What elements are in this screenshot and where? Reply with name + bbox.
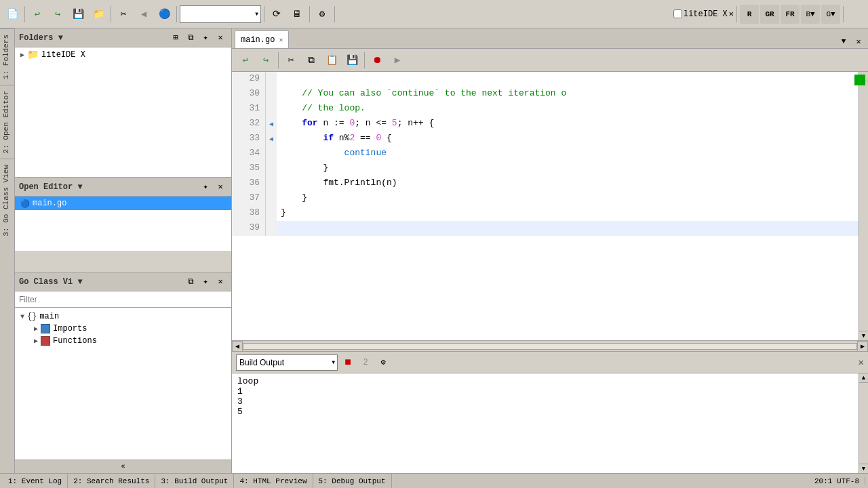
build-stop-btn[interactable]: ■ xyxy=(340,355,355,370)
build-output-select[interactable]: Build Output xyxy=(236,354,338,371)
go-class-header: Go Class Vi ▼ ⧉ ✦ ✕ xyxy=(15,272,231,291)
build-clear-btn[interactable]: 2 xyxy=(358,355,373,370)
folders-copy-btn[interactable]: ⧉ xyxy=(184,31,197,45)
code-scroll-area[interactable]: 29 30 // You can also `continue` to the … xyxy=(232,72,859,340)
code-line: continue xyxy=(277,146,859,161)
go-class-content: ▼ {} main ▶ Imports xyxy=(15,291,231,460)
monitor-button[interactable]: 🖥 xyxy=(288,5,307,24)
code-hscroll[interactable]: ◀ ▶ xyxy=(232,340,868,351)
line-arrow xyxy=(266,146,277,161)
forward-button[interactable]: 🔵 xyxy=(155,5,174,24)
edit-copy-btn[interactable]: ⧉ xyxy=(302,51,321,70)
go-class-dropdown[interactable]: Go Class Vi ▼ xyxy=(19,277,83,287)
status-debug-output[interactable]: 5: Debug Output xyxy=(313,474,392,488)
class-tree: ▼ {} main ▶ Imports xyxy=(15,308,231,350)
open-editor-maingo[interactable]: 🔵 main.go xyxy=(15,197,231,210)
build-vscroll[interactable]: ▲ ▼ xyxy=(859,373,868,473)
build-close-btn[interactable]: ✕ xyxy=(859,357,864,368)
liteid-close-icon[interactable]: ✕ xyxy=(729,9,734,19)
line-arrow xyxy=(266,72,277,87)
go-class-pin-btn[interactable]: ✦ xyxy=(199,275,212,289)
build-vscroll-down-btn[interactable]: ▼ xyxy=(859,464,868,473)
build-vscroll-track[interactable] xyxy=(859,383,868,464)
vscroll-down-btn[interactable]: ▼ xyxy=(859,331,868,340)
hscroll-left-btn[interactable]: ◀ xyxy=(232,341,243,352)
open-editor-close-btn[interactable]: ✕ xyxy=(214,180,227,194)
system-select[interactable]: system xyxy=(180,5,261,23)
status-search-results[interactable]: 2: Search Results xyxy=(68,474,155,488)
undo-button[interactable]: ↩ xyxy=(28,5,47,24)
build-settings-btn[interactable]: ⚙ xyxy=(376,355,391,370)
gear-button[interactable]: ⚙ xyxy=(313,5,332,24)
edit-redo-btn[interactable]: ↪ xyxy=(256,51,275,70)
edit-save-btn[interactable]: 💾 xyxy=(342,51,361,70)
cut-button[interactable]: ✂ xyxy=(114,5,133,24)
back-button[interactable]: ◀ xyxy=(134,5,153,24)
hscroll-track[interactable] xyxy=(243,343,857,350)
class-main-row[interactable]: ▼ {} main xyxy=(18,310,229,323)
vscroll-track[interactable] xyxy=(859,81,868,331)
line-num: 31 xyxy=(232,102,266,117)
edit-paste-btn[interactable]: 📋 xyxy=(322,51,341,70)
liteid-checkbox[interactable] xyxy=(673,9,682,18)
edit-undo-btn[interactable]: ↩ xyxy=(236,51,255,70)
class-functions-row[interactable]: ▶ Functions xyxy=(31,335,229,347)
save-all-button[interactable]: 📁 xyxy=(89,5,108,24)
editor-tab-maingo[interactable]: main.go ✕ xyxy=(235,30,289,48)
go-class-filter[interactable] xyxy=(15,291,231,308)
status-cursor-pos: 20:1 UTF-8 xyxy=(809,477,865,485)
build-output-content[interactable]: loop 1 3 5 xyxy=(232,373,859,473)
open-editor-pin-btn[interactable]: ✦ xyxy=(199,180,212,194)
toolbar-end: liteIDE X ✕ R GR FR B▼ G▼ xyxy=(673,5,865,24)
vtab-go-class[interactable]: 3: Go Class View xyxy=(0,159,14,242)
build-vscroll-up-btn[interactable]: ▲ xyxy=(859,373,868,383)
redo-button[interactable]: ↪ xyxy=(48,5,67,24)
tab-close-all-btn[interactable]: ✕ xyxy=(852,35,865,48)
refresh-button[interactable]: ⟳ xyxy=(267,5,286,24)
line-arrow xyxy=(266,161,277,176)
edit-stop-btn[interactable]: ⏺ xyxy=(368,51,387,70)
folder-liteidex[interactable]: ▶ 📁 liteIDE X xyxy=(15,47,231,62)
status-html-preview[interactable]: 4: HTML Preview xyxy=(234,474,313,488)
go-class-copy-btn[interactable]: ⧉ xyxy=(184,275,197,289)
build-toolbar: Build Output ■ 2 ⚙ ✕ xyxy=(232,352,868,373)
folders-dropdown[interactable]: Folders ▼ xyxy=(19,33,63,43)
build-line-3: 3 xyxy=(237,396,853,407)
tab-minimize-btn[interactable]: ▼ xyxy=(837,35,850,48)
table-row: 30 // You can also `continue` to the nex… xyxy=(232,87,859,102)
tab-close-icon[interactable]: ✕ xyxy=(279,36,283,44)
status-event-log[interactable]: 1: Event Log xyxy=(3,474,68,488)
vertical-tabs: 1: Folders 2: Open Editor 3: Go Class Vi… xyxy=(0,28,15,473)
left-panel: Folders ▼ ⊞ ⧉ ✦ ✕ ▶ 📁 liteIDE X xyxy=(15,28,232,473)
g-button[interactable]: G▼ xyxy=(821,5,840,24)
vtab-open-editor[interactable]: 2: Open Editor xyxy=(0,85,14,159)
table-row: 37 } xyxy=(232,191,859,206)
go-class-close-btn[interactable]: ✕ xyxy=(214,275,227,289)
line-num: 37 xyxy=(232,191,266,206)
gr-button[interactable]: GR xyxy=(760,5,779,24)
code-vscroll[interactable]: ▲ ▼ xyxy=(859,72,868,340)
edit-cut-btn[interactable]: ✂ xyxy=(281,51,300,70)
toolbar-sep-2 xyxy=(111,6,111,22)
class-imports-row[interactable]: ▶ Imports xyxy=(31,323,229,335)
r-button[interactable]: R xyxy=(740,5,759,24)
more-button[interactable] xyxy=(846,5,865,24)
b-button[interactable]: B▼ xyxy=(801,5,820,24)
hscroll-right-btn[interactable]: ▶ xyxy=(857,341,868,352)
open-editor-content[interactable]: 🔵 main.go xyxy=(15,197,231,251)
tab-actions: ▼ ✕ xyxy=(837,35,865,48)
folders-pin-btn[interactable]: ✦ xyxy=(199,31,212,45)
status-build-output[interactable]: 3: Build Output xyxy=(155,474,234,488)
line-num: 39 xyxy=(232,221,266,236)
vtab-folders[interactable]: 1: Folders xyxy=(0,28,14,85)
new-file-button[interactable]: 📄 xyxy=(3,5,22,24)
status-right: 20:1 UTF-8 xyxy=(809,477,865,485)
folders-close-btn[interactable]: ✕ xyxy=(214,31,227,45)
folders-sync-btn[interactable]: ⊞ xyxy=(169,31,182,45)
open-editor-dropdown[interactable]: Open Editor ▼ xyxy=(19,182,83,192)
folders-content[interactable]: ▶ 📁 liteIDE X xyxy=(15,47,231,177)
save-button[interactable]: 💾 xyxy=(68,5,87,24)
left-panel-collapse-btn[interactable]: « xyxy=(15,460,231,473)
edit-run-btn[interactable]: ▶ xyxy=(388,51,407,70)
fr-button[interactable]: FR xyxy=(781,5,800,24)
